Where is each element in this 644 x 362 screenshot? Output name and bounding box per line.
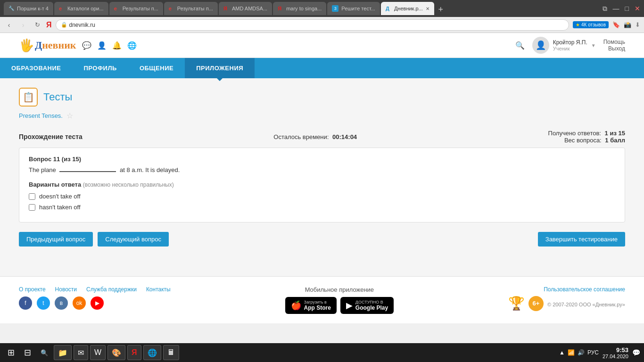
variant-2-label: hasn't taken off bbox=[39, 204, 81, 211]
question-text-before: The plane bbox=[29, 166, 56, 173]
new-tab-button[interactable]: + bbox=[435, 4, 446, 15]
tab-5[interactable]: Я AMD AMDSA... bbox=[219, 2, 272, 15]
people-icon[interactable]: 👤 bbox=[97, 41, 107, 50]
review-text: 4К отзывов bbox=[581, 22, 606, 27]
odnoklassniki-icon[interactable]: ok bbox=[73, 296, 86, 310]
star-icon: ★ bbox=[576, 22, 580, 27]
site-header: 🖐 Дневник 💬 👤 🔔 🌐 🔍 👤 Кройтор Я.П. Учени… bbox=[0, 33, 644, 58]
footer-news-link[interactable]: Новости bbox=[55, 286, 77, 293]
breadcrumb-link[interactable]: Present Tenses. bbox=[19, 112, 63, 119]
question-text: The plane at 8 a.m. It is delayed. bbox=[29, 166, 615, 173]
browser-window-controls: ⧉ — □ ✕ bbox=[603, 5, 640, 13]
footer-badges: 🏆 6+ © 2007-2020 ООО «Дневник.ру» bbox=[508, 296, 625, 311]
nav-education[interactable]: ОБРАЗОВАНИЕ bbox=[0, 58, 73, 78]
chat-icon[interactable]: 💬 bbox=[82, 41, 91, 50]
user-agreement-link[interactable]: Пользовательское соглашение bbox=[544, 286, 625, 293]
mobile-label: Мобильное приложение bbox=[285, 286, 394, 293]
restore-icon[interactable]: ⧉ bbox=[603, 5, 607, 13]
vk-icon[interactable]: в bbox=[55, 296, 68, 310]
reload-button[interactable]: ↻ bbox=[32, 20, 42, 30]
url-text: dnevnik.ru bbox=[69, 22, 95, 28]
nav-social[interactable]: ОБЩЕНИЕ bbox=[128, 58, 185, 78]
question-box: Вопрос 11 (из 15) The plane at 8 a.m. It… bbox=[19, 148, 625, 222]
nav-apps[interactable]: ПРИЛОЖЕНИЯ bbox=[185, 58, 255, 78]
tab-7[interactable]: 3 Решите тест... bbox=[327, 2, 380, 15]
variant-2-checkbox[interactable] bbox=[29, 204, 35, 211]
tab-close-icon[interactable]: ✕ bbox=[426, 6, 429, 11]
twitter-icon[interactable]: t bbox=[37, 296, 50, 310]
back-button[interactable]: ‹ bbox=[4, 20, 14, 30]
exit-label: Выход bbox=[603, 45, 625, 52]
website: 🖐 Дневник 💬 👤 🔔 🌐 🔍 👤 Кройтор Я.П. Учени… bbox=[0, 33, 644, 323]
weight-value: 1 балл bbox=[605, 137, 625, 144]
tab-bar: 🔧 Поршни к-т 4 e Каталоги ори... e Резул… bbox=[4, 2, 601, 15]
prev-question-button[interactable]: Предыдущий вопрос bbox=[19, 232, 93, 247]
android-icon: ▶ bbox=[346, 300, 353, 311]
header-icons: 💬 👤 🔔 🌐 bbox=[82, 41, 137, 50]
page-title-row: 📋 Тесты bbox=[19, 88, 625, 107]
user-info: Кройтор Я.П. Ученик bbox=[553, 39, 587, 51]
youtube-icon[interactable]: ▶ bbox=[91, 296, 104, 310]
download-icon[interactable]: ⬇ bbox=[635, 21, 640, 28]
review-badge[interactable]: ★ 4К отзывов bbox=[573, 21, 609, 28]
variant-1-checkbox[interactable] bbox=[29, 193, 35, 200]
footer-support-link[interactable]: Служба поддержки bbox=[86, 286, 137, 293]
time-value: 00:14:04 bbox=[332, 133, 357, 140]
googleplay-text: ДОСТУПНО В Google Play bbox=[355, 300, 388, 311]
tab-2[interactable]: e Каталоги ори... bbox=[54, 2, 108, 15]
variant-2-row: hasn't taken off bbox=[29, 204, 615, 211]
googleplay-button[interactable]: ▶ ДОСТУПНО В Google Play bbox=[340, 297, 394, 314]
url-input[interactable]: 🔒 dnevnik.ru bbox=[56, 19, 570, 31]
logo-hand-icon: 🖐 bbox=[19, 38, 34, 53]
globe-icon[interactable]: 🌐 bbox=[127, 41, 137, 50]
tab-6[interactable]: Я mary to singa... bbox=[273, 2, 326, 15]
browser-chrome: 🔧 Поршни к-т 4 e Каталоги ори... e Резул… bbox=[0, 0, 644, 17]
user-avatar: 👤 bbox=[532, 37, 549, 54]
tab-1[interactable]: 🔧 Поршни к-т 4 bbox=[4, 2, 53, 15]
variants-sublabel: (возможно несколько правильных) bbox=[83, 181, 174, 188]
logo-area: 🖐 Дневник 💬 👤 🔔 🌐 bbox=[19, 38, 137, 53]
address-bar: ‹ › ↻ Я 🔒 dnevnik.ru ★ 4К отзывов 🔖 📸 ⬇ bbox=[0, 17, 644, 33]
mobile-section: Мобильное приложение 🍎 Загрузить в App S… bbox=[285, 286, 394, 314]
search-button[interactable]: 🔍 bbox=[515, 41, 525, 50]
next-question-button[interactable]: Следующий вопрос bbox=[98, 232, 169, 247]
minimize-icon[interactable]: — bbox=[613, 5, 619, 12]
variant-1-row: doesn't take off bbox=[29, 193, 615, 200]
help-label: Помощь bbox=[603, 39, 625, 45]
social-icons: f t в ok ▶ bbox=[19, 296, 171, 310]
help-area[interactable]: Помощь Выход bbox=[603, 39, 625, 52]
site-nav: ОБРАЗОВАНИЕ ПРОФИЛЬ ОБЩЕНИЕ ПРИЛОЖЕНИЯ bbox=[0, 58, 644, 78]
appstore-button[interactable]: 🍎 Загрузить в App Store bbox=[285, 297, 337, 314]
logo[interactable]: 🖐 Дневник bbox=[19, 38, 76, 53]
test-clipboard-icon: 📋 bbox=[23, 91, 34, 103]
tab-4[interactable]: e Результаты п... bbox=[164, 2, 218, 15]
close-window-icon[interactable]: ✕ bbox=[635, 5, 640, 12]
variant-1-label: doesn't take off bbox=[39, 193, 81, 200]
footer-about-link[interactable]: О проекте bbox=[19, 286, 46, 293]
nav-profile[interactable]: ПРОФИЛЬ bbox=[73, 58, 128, 78]
answers-col: Получено ответов: 1 из 15 Вес вопроса: 1… bbox=[548, 130, 625, 144]
bookmark-icon[interactable]: 🔖 bbox=[612, 21, 620, 28]
appstore-text: Загрузить в App Store bbox=[304, 300, 331, 311]
finish-test-button[interactable]: Завершить тестирование bbox=[538, 232, 625, 247]
prev-next-group: Предыдущий вопрос Следующий вопрос bbox=[19, 232, 169, 247]
googleplay-small-text: ДОСТУПНО В bbox=[355, 300, 388, 304]
tab-8-active[interactable]: Д Дневник.р... ✕ bbox=[381, 2, 434, 15]
store-buttons: 🍎 Загрузить в App Store ▶ ДОСТУПНО В Goo… bbox=[285, 297, 394, 314]
weight-label: Вес вопроса: bbox=[564, 137, 602, 144]
favorite-star-icon[interactable]: ☆ bbox=[66, 111, 73, 120]
tab-3[interactable]: e Результаты п... bbox=[109, 2, 163, 15]
answers-value: 1 из 15 bbox=[605, 130, 625, 137]
footer-contacts-link[interactable]: Контакты bbox=[146, 286, 171, 293]
googleplay-name: Google Play bbox=[355, 304, 388, 311]
dropdown-icon[interactable]: ▼ bbox=[591, 43, 596, 48]
facebook-icon[interactable]: f bbox=[19, 296, 32, 310]
question-header: Вопрос 11 (из 15) bbox=[29, 156, 615, 163]
screenshot-icon[interactable]: 📸 bbox=[624, 21, 631, 28]
test-progress-label: Прохождение теста bbox=[19, 133, 83, 140]
maximize-icon[interactable]: □ bbox=[625, 5, 629, 12]
bell-icon[interactable]: 🔔 bbox=[112, 41, 122, 50]
user-name: Кройтор Я.П. bbox=[553, 39, 587, 46]
footer-left: О проекте Новости Служба поддержки Конта… bbox=[19, 286, 171, 310]
forward-button[interactable]: › bbox=[18, 20, 28, 30]
